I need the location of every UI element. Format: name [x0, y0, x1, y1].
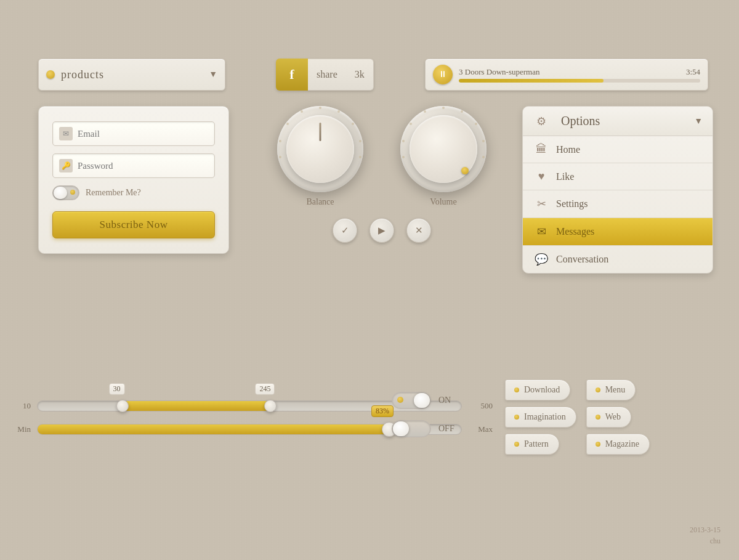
check-icon: ✓: [341, 225, 349, 236]
options-item-settings[interactable]: ✂ Settings: [523, 190, 713, 218]
toggle-knob: [54, 187, 67, 199]
svg-point-0: [319, 107, 321, 109]
tag-pattern-group: Pattern: [505, 434, 576, 455]
music-time: 3:54: [686, 67, 700, 77]
tag-imagination-dot: [514, 415, 519, 420]
tag-magazine-button[interactable]: Magazine: [586, 434, 650, 455]
footer-date: 2013-3-15: [690, 524, 721, 535]
toggle-off-status: OFF: [438, 424, 463, 434]
password-input[interactable]: [78, 161, 208, 171]
tags-section: Download Menu Imagination Web Pattern Ma…: [505, 379, 657, 455]
login-form: ✉ 🔑 Remember Me? Subscribe Now: [38, 106, 229, 254]
volume-knob-outer[interactable]: [400, 106, 487, 192]
tag-download-group: Download: [505, 379, 576, 400]
tag-pattern-button[interactable]: Pattern: [505, 434, 559, 455]
music-player: ⏸ 3 Doors Down-superman 3:54: [425, 59, 708, 91]
tag-magazine-label: Magazine: [605, 439, 639, 449]
email-field[interactable]: ✉: [52, 121, 215, 146]
tag-pattern-label: Pattern: [524, 439, 549, 449]
tag-web-group: Web: [586, 407, 658, 428]
play-button[interactable]: ▶: [370, 218, 394, 243]
email-icon: ✉: [59, 127, 73, 140]
dropdown-dot: [46, 70, 55, 79]
options-item-like[interactable]: ♥ Like: [523, 163, 713, 190]
slider1-max-label: 500: [468, 401, 493, 411]
knobs-row: Balance Volume: [277, 106, 487, 207]
svg-point-1: [337, 110, 340, 113]
balance-knob-inner: [286, 115, 354, 183]
options-item-messages-label: Messages: [556, 226, 594, 237]
options-item-conversation-label: Conversation: [556, 254, 608, 265]
svg-point-2: [352, 123, 354, 125]
toggle-on-knob: [414, 393, 430, 408]
toggles-section: ON OFF: [392, 392, 463, 437]
remember-toggle[interactable]: [52, 185, 79, 200]
svg-point-17: [402, 156, 405, 158]
options-item-like-label: Like: [556, 171, 574, 182]
products-dropdown[interactable]: products ▼: [38, 59, 225, 91]
play-icon: ▶: [378, 225, 386, 236]
svg-point-6: [286, 123, 289, 125]
svg-point-3: [359, 140, 361, 142]
toggle-on[interactable]: [392, 392, 431, 409]
range-handle-right[interactable]: 245: [264, 400, 277, 412]
email-input[interactable]: [78, 129, 208, 139]
knobs-section: Balance Volume: [259, 106, 505, 243]
gear-icon: ⚙: [533, 115, 550, 128]
tag-magazine-group: Magazine: [586, 434, 658, 455]
check-button[interactable]: ✓: [333, 218, 357, 243]
tag-magazine-dot: [596, 442, 600, 447]
options-item-settings-label: Settings: [556, 198, 588, 209]
options-item-messages[interactable]: ✉ Messages: [523, 218, 713, 246]
music-progress-fill: [459, 79, 604, 83]
balance-knob-outer[interactable]: [277, 106, 363, 192]
svg-point-10: [461, 110, 463, 113]
password-icon: 🔑: [59, 159, 73, 172]
balance-label: Balance: [306, 197, 334, 207]
tag-download-button[interactable]: Download: [505, 379, 570, 400]
options-item-conversation[interactable]: 💬 Conversation: [523, 246, 713, 273]
volume-knob-inner: [410, 115, 477, 183]
tag-menu-button[interactable]: Menu: [586, 379, 636, 400]
progress-fill: [38, 424, 389, 434]
range-handle-left[interactable]: 30: [116, 400, 129, 412]
slider2-min-label: Min: [12, 424, 31, 434]
svg-point-7: [279, 140, 281, 142]
music-progress-bar[interactable]: [459, 79, 700, 83]
tag-web-label: Web: [605, 412, 621, 422]
tag-web-dot: [596, 415, 600, 420]
toggle-on-row: ON: [392, 392, 463, 409]
settings-icon: ✂: [533, 197, 550, 211]
tag-imagination-button[interactable]: Imagination: [505, 407, 576, 428]
slider2-max-label: Max: [468, 424, 493, 434]
svg-point-14: [424, 110, 426, 113]
tag-web-button[interactable]: Web: [586, 407, 631, 428]
volume-knob-dot: [461, 167, 469, 174]
password-field[interactable]: 🔑: [52, 153, 215, 178]
subscribe-button[interactable]: Subscribe Now: [52, 211, 215, 238]
svg-point-8: [279, 156, 281, 158]
dropdown-arrow-icon: ▼: [209, 70, 217, 79]
dropdown-value: products: [61, 68, 209, 81]
balance-knob-container: Balance: [277, 106, 363, 207]
tag-menu-group: Menu: [586, 379, 658, 400]
tag-imagination-label: Imagination: [524, 412, 566, 422]
remember-row: Remember Me?: [52, 185, 215, 200]
range-fill: [123, 401, 271, 411]
music-title-row: 3 Doors Down-superman 3:54: [459, 67, 700, 77]
share-count: 3k: [346, 59, 374, 91]
fb-icon[interactable]: f: [276, 59, 308, 91]
pause-button[interactable]: ⏸: [433, 65, 453, 84]
tag-download-label: Download: [524, 385, 560, 395]
footer-author: chu: [690, 535, 721, 546]
tag-menu-label: Menu: [605, 385, 626, 395]
options-item-home[interactable]: 🏛 Home: [523, 136, 713, 163]
footer: 2013-3-15 chu: [690, 524, 721, 546]
svg-point-4: [359, 156, 361, 158]
toggle-off[interactable]: [392, 420, 431, 437]
toggle-off-row: OFF: [392, 420, 463, 437]
close-button[interactable]: ✕: [406, 218, 431, 243]
control-buttons: ✓ ▶ ✕: [333, 218, 431, 243]
close-icon: ✕: [415, 225, 423, 236]
svg-point-15: [410, 123, 412, 125]
